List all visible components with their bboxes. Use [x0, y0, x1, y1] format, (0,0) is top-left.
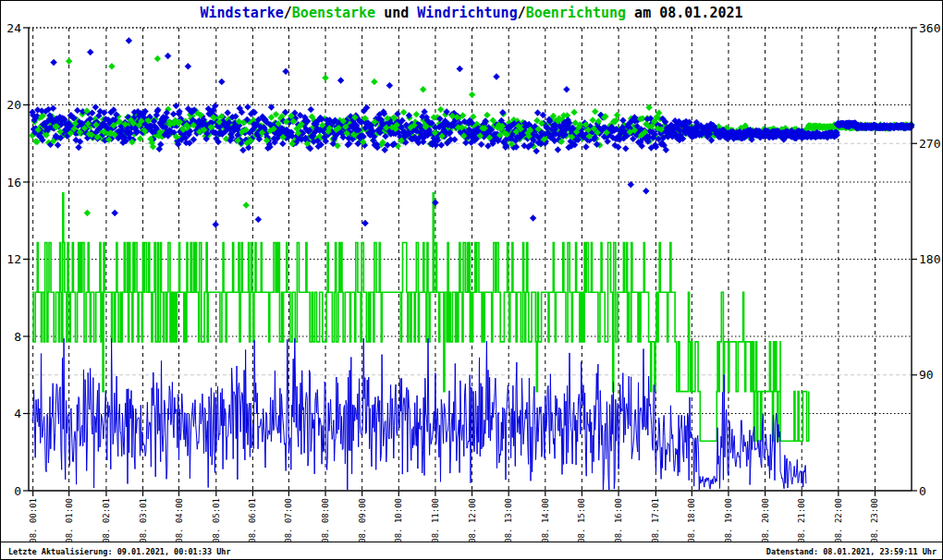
x-tick-label: 08. 19:00: [724, 498, 733, 542]
y-left-tick-label: 12: [6, 252, 21, 266]
x-tick-label: 08. 07:00: [284, 498, 293, 542]
y-left-tick-label: 8: [14, 330, 21, 344]
y-right-tick-label: 90: [919, 368, 934, 382]
x-tick-label: 08. 09:00: [358, 498, 367, 542]
x-tick-label: 08. 08:00: [321, 498, 330, 542]
data-state-text: Datenstand: 08.01.2021, 23:59:11 Uhr: [766, 547, 937, 556]
y-left-tick-label: 4: [14, 407, 21, 420]
y-left-tick-label: 0: [14, 484, 21, 498]
x-tick-label: 08. 15:00: [577, 498, 586, 542]
x-tick-label: 08. 21:00: [797, 498, 806, 542]
x-tick-label: 08. 22:00: [834, 498, 843, 542]
x-tick-label: 08. 06:01: [248, 498, 257, 542]
x-tick-label: 08. 04:00: [175, 498, 184, 542]
status-bar: Letzte Aktualisierung: 09.01.2021, 00:01…: [1, 542, 942, 559]
x-tick-label: 08. 23:00: [870, 498, 879, 542]
x-tick-label: 08. 03:01: [139, 498, 148, 542]
x-tick-label: 08. 00:01: [29, 498, 38, 542]
wind-chart: 0481216202409018027036008. 00:0108. 01:0…: [1, 1, 943, 542]
x-tick-label: 08. 11:00: [431, 498, 440, 542]
y-right-tick-label: 270: [919, 137, 940, 151]
y-right-tick-label: 180: [919, 252, 940, 266]
x-tick-label: 08. 05:01: [212, 498, 221, 542]
y-right-tick-label: 360: [919, 21, 940, 35]
x-tick-label: 08. 10:00: [394, 498, 403, 542]
last-update-text: Letzte Aktualisierung: 09.01.2021, 00:01…: [8, 547, 231, 556]
x-tick-label: 08. 17:01: [651, 498, 660, 542]
weather-chart-panel: Windstarke/Boenstarke und Windrichtung/B…: [0, 0, 943, 560]
x-tick-label: 08. 02:01: [102, 498, 111, 542]
x-tick-label: 08. 01:00: [65, 498, 74, 542]
x-tick-label: 08. 14:00: [541, 498, 550, 542]
x-tick-label: 08. 18:00: [687, 498, 696, 542]
y-left-tick-label: 20: [6, 98, 21, 112]
x-tick-label: 08. 13:00: [504, 498, 513, 542]
x-tick-label: 08. 20:00: [761, 498, 770, 542]
y-left-tick-label: 16: [6, 176, 21, 189]
x-tick-label: 08. 12:00: [468, 498, 477, 542]
y-left-tick-label: 24: [6, 21, 21, 35]
x-tick-label: 08. 16:00: [614, 498, 623, 542]
y-right-tick-label: 0: [919, 484, 926, 498]
